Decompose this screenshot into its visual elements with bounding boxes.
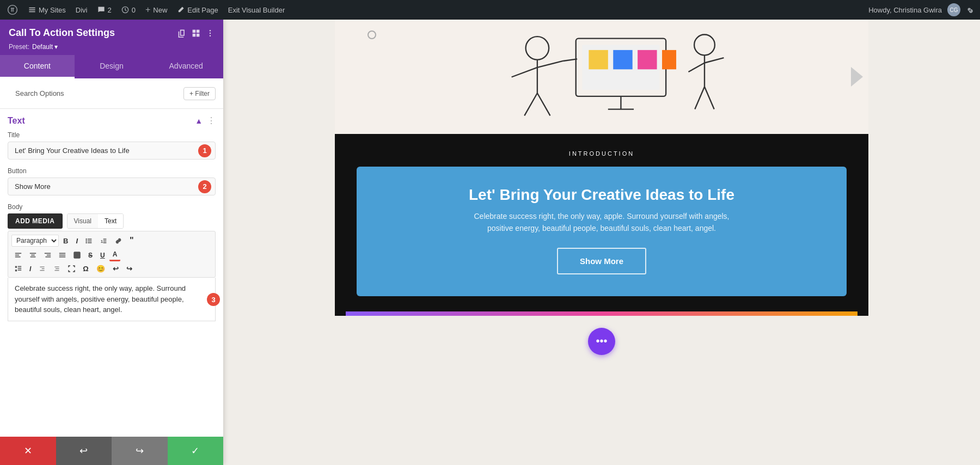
redo-button-bottom[interactable]: ↪ [112, 437, 168, 465]
justify-button[interactable] [56, 250, 69, 260]
svg-rect-28 [59, 255, 65, 256]
editor-toolbar: Paragraph B I 1. " [8, 231, 216, 278]
triangle-decoration [851, 67, 863, 87]
ordered-list-button[interactable]: 1. [97, 236, 111, 246]
section-more-icon[interactable]: ⋮ [207, 115, 216, 126]
toolbar-row-2: S U A [11, 249, 212, 261]
divi-menu[interactable]: Divi [76, 6, 88, 14]
svg-rect-2 [197, 29, 200, 33]
cancel-button[interactable]: ✕ [0, 437, 56, 465]
filter-button[interactable]: + Filter [183, 87, 216, 100]
fullscreen-button[interactable] [65, 264, 78, 274]
link-button[interactable] [112, 236, 125, 246]
settings-panel: Call To Action Settings Preset: Default … [0, 20, 223, 465]
edit-page-label: Edit Page [187, 6, 218, 14]
button-input[interactable] [8, 178, 216, 195]
tab-design[interactable]: Design [75, 55, 149, 78]
button-field-label: Button [8, 167, 216, 175]
svg-line-48 [537, 60, 563, 67]
redo-button[interactable]: ↪ [123, 263, 136, 274]
preset-bar: Preset: Default ▾ [9, 43, 215, 55]
button-badge: 2 [198, 180, 211, 193]
svg-rect-20 [15, 256, 21, 258]
svg-rect-16 [103, 240, 107, 241]
align-left-button[interactable] [11, 250, 25, 260]
align-right-button[interactable] [41, 250, 54, 260]
underline-button[interactable]: U [97, 250, 108, 261]
tab-text[interactable]: Text [98, 214, 123, 228]
edit-page-menu[interactable]: Edit Page [177, 6, 218, 14]
paragraph-select[interactable]: Paragraph [11, 235, 59, 247]
svg-rect-30 [74, 252, 80, 258]
strikethrough-button[interactable]: S [85, 250, 96, 261]
add-media-button[interactable]: ADD MEDIA [8, 213, 63, 229]
text-color-button[interactable]: A [109, 249, 121, 261]
more-options-icon[interactable] [206, 29, 215, 38]
svg-rect-15 [103, 238, 107, 240]
svg-line-65 [705, 87, 714, 109]
editor-content[interactable]: Celebrate success right, the only way, a… [8, 278, 216, 321]
tab-visual[interactable]: Visual [68, 214, 98, 228]
main-layout: Call To Action Settings Preset: Default … [0, 20, 980, 465]
svg-line-63 [688, 63, 705, 72]
tab-advanced[interactable]: Advanced [149, 55, 223, 78]
quote-button[interactable]: " [126, 234, 137, 247]
indent-button[interactable] [50, 264, 64, 274]
svg-rect-27 [59, 253, 65, 254]
wp-logo-icon[interactable] [7, 4, 19, 16]
emoji-button[interactable]: 😊 [93, 263, 108, 274]
svg-line-49 [512, 67, 537, 77]
search-bar: + Filter [0, 78, 223, 109]
svg-rect-26 [45, 256, 51, 258]
svg-rect-24 [45, 253, 51, 254]
title-input[interactable] [8, 142, 216, 160]
undo-button-bottom[interactable]: ↩ [56, 437, 112, 465]
unordered-list-button[interactable] [82, 236, 96, 246]
undo-button[interactable]: ↩ [109, 263, 122, 274]
visual-text-tabs: Visual Text [67, 213, 124, 229]
svg-rect-25 [47, 255, 51, 256]
outdent-button[interactable] [35, 264, 49, 274]
my-sites-menu[interactable]: My Sites [28, 6, 66, 14]
admin-bar: My Sites Divi 2 0 + New Edit Page Exit V… [0, 0, 980, 20]
section-title: Text [8, 116, 25, 126]
preset-dropdown[interactable]: Default ▾ [32, 43, 58, 51]
tab-content[interactable]: Content [0, 55, 75, 78]
save-button[interactable]: ✓ [168, 437, 224, 465]
cta-button[interactable]: Show More [557, 248, 646, 274]
comments-menu[interactable]: 2 [97, 6, 112, 14]
exit-builder-menu[interactable]: Exit Visual Builder [228, 6, 285, 14]
search-icon[interactable] [966, 6, 973, 14]
layout-icon[interactable] [192, 29, 200, 38]
body-field-group: Body ADD MEDIA Visual Text [8, 203, 216, 321]
cta-box: Let' Bring Your Creative Ideas to Life C… [357, 167, 847, 296]
special-char-button[interactable]: Ω [79, 263, 91, 274]
svg-rect-13 [88, 242, 91, 243]
new-menu[interactable]: + New [145, 5, 167, 15]
svg-point-46 [526, 36, 549, 60]
chevron-up-icon[interactable]: ▲ [195, 117, 203, 125]
svg-rect-18 [15, 253, 21, 254]
table-button[interactable] [70, 250, 84, 260]
svg-point-61 [694, 34, 715, 55]
align-center-button[interactable] [26, 250, 40, 260]
svg-line-51 [524, 93, 537, 115]
bold-button[interactable]: B [60, 235, 71, 247]
search-input[interactable] [8, 84, 179, 103]
svg-rect-3 [193, 33, 196, 36]
copy-icon[interactable] [177, 29, 186, 38]
pending-menu[interactable]: 0 [121, 6, 136, 14]
title-input-wrapper: 1 [8, 142, 216, 160]
svg-rect-22 [31, 255, 35, 256]
italic-button[interactable]: I [72, 235, 81, 247]
indent-block-button[interactable] [11, 264, 25, 274]
avatar: CG [947, 3, 960, 16]
svg-rect-4 [197, 33, 200, 36]
fab-button[interactable]: ••• [588, 328, 615, 355]
svg-rect-35 [15, 266, 17, 268]
svg-rect-1 [193, 29, 196, 33]
svg-point-6 [210, 32, 211, 33]
italic-toolbar-button[interactable]: I [26, 264, 34, 274]
admin-bar-right: Howdy, Christina Gwira CG [868, 3, 973, 16]
panel-title: Call To Action Settings [9, 27, 115, 39]
